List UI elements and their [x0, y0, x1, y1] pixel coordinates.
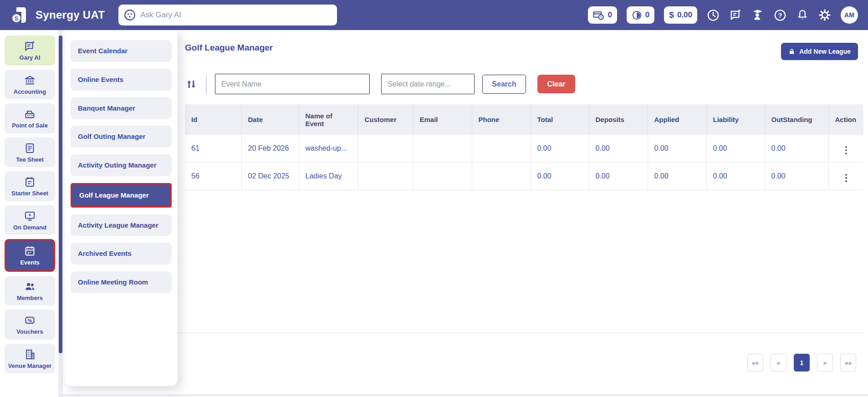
sidebar-item-label: Accounting — [14, 88, 46, 95]
add-new-league-button[interactable]: Add New League — [781, 43, 858, 60]
gary-ai-icon — [124, 9, 136, 21]
cell-total: 0.00 — [531, 135, 589, 163]
cell-name: Ladies Day — [299, 163, 358, 190]
pagination-prev-button[interactable]: « — [771, 354, 786, 372]
gary-ai-search[interactable] — [118, 5, 337, 25]
navbar-right-cluster: 0 0 $ 0.00 — [588, 6, 858, 24]
sidebar-item-members[interactable]: Members — [5, 276, 55, 306]
pagination-last-button[interactable]: »» — [840, 354, 856, 372]
pending-orders-badge[interactable]: 0 — [588, 6, 617, 24]
row-actions-menu-icon[interactable] — [842, 145, 850, 155]
svg-text:S: S — [15, 15, 19, 22]
cell-date: 02 Dec 2025 — [241, 163, 299, 190]
column-header-phone: Phone — [472, 104, 531, 135]
table-row: 56 02 Dec 2025 Ladies Day 0.00 0.00 0.00… — [185, 163, 863, 190]
sidebar-item-events[interactable]: Events — [5, 239, 55, 272]
filter-divider — [206, 75, 207, 94]
cell-deposits: 0.00 — [589, 163, 648, 190]
swap-icon[interactable] — [185, 78, 198, 91]
row-actions-menu-icon[interactable] — [842, 173, 850, 183]
cell-liability: 0.00 — [706, 135, 765, 163]
pagination-first-button[interactable]: «« — [747, 354, 763, 372]
submenu-item-golf-outing-manager[interactable]: Golf Outing Manager — [71, 126, 172, 148]
submenu-item-banquet-manager[interactable]: Banquet Manager — [71, 97, 172, 119]
event-name-input[interactable] — [215, 74, 370, 94]
settings-gear-icon[interactable] — [818, 9, 831, 21]
timer-badge[interactable]: 0 — [627, 6, 654, 24]
sidebar-item-starter-sheet[interactable]: Starter Sheet — [5, 171, 55, 201]
svg-text:%: % — [28, 318, 32, 323]
help-icon[interactable]: ? — [774, 9, 786, 21]
balance-badge[interactable]: $ 0.00 — [664, 6, 697, 24]
dollar-icon: $ — [669, 10, 674, 20]
sidebar-item-accounting[interactable]: Accounting — [5, 70, 55, 100]
cell-applied: 0.00 — [648, 135, 706, 163]
filter-row: Search Clear — [185, 74, 863, 94]
bank-icon — [24, 74, 36, 87]
app-title: Synergy UAT — [36, 9, 105, 21]
leagues-table: Id Date Name of Event Customer Email Pho… — [185, 104, 863, 190]
whats-new-icon[interactable] — [729, 9, 742, 21]
sidebar-item-vouchers[interactable]: % Vouchers — [5, 310, 55, 340]
cell-deposits: 0.00 — [589, 135, 648, 163]
page-title: Golf League Manager — [185, 43, 273, 53]
cell-email — [413, 163, 472, 190]
submenu-item-online-meeting-room[interactable]: Online Meeting Room — [71, 271, 172, 293]
clear-button[interactable]: Clear — [537, 75, 575, 93]
column-header-name-of-event: Name of Event — [299, 104, 358, 135]
cell-customer — [358, 135, 413, 163]
main-content: Golf League Manager Add New League Searc… — [178, 30, 868, 397]
sidebar-scrollbar-track[interactable] — [58, 30, 63, 397]
sidebar-scrollbar-thumb[interactable] — [59, 36, 62, 353]
clock-icon[interactable] — [707, 9, 720, 21]
date-range-input[interactable] — [381, 74, 475, 94]
sidebar-item-label: Events — [20, 259, 40, 266]
user-avatar[interactable]: AM — [841, 6, 858, 24]
submenu-item-archived-events[interactable]: Archived Events — [71, 243, 172, 265]
column-header-date: Date — [241, 104, 299, 135]
monitor-sparkle-icon — [24, 210, 36, 222]
cell-phone — [472, 163, 531, 190]
pagination-page-1-button[interactable]: 1 — [794, 354, 810, 372]
half-circle-icon — [632, 10, 642, 20]
cell-id: 61 — [185, 135, 241, 163]
notifications-bell-icon[interactable] — [796, 9, 809, 21]
synergy-logo-icon: S — [10, 5, 31, 25]
sidebar-item-tee-sheet[interactable]: Tee Sheet — [5, 137, 55, 168]
submenu-item-online-events[interactable]: Online Events — [71, 69, 172, 91]
table-header-row: Id Date Name of Event Customer Email Pho… — [185, 104, 863, 135]
sidebar-item-label: On Demand — [13, 224, 46, 231]
sidebar-item-label: Starter Sheet — [11, 190, 48, 197]
gary-ai-input[interactable] — [140, 10, 332, 20]
column-header-id: Id — [185, 104, 241, 135]
cell-email — [413, 135, 472, 163]
search-button[interactable]: Search — [482, 75, 526, 94]
submenu-item-golf-league-manager[interactable]: Golf League Manager — [71, 183, 172, 208]
calendar-icon — [24, 245, 36, 257]
cell-name: washed-up... — [299, 135, 358, 163]
table-row: 61 20 Feb 2026 washed-up... 0.00 0.00 0.… — [185, 135, 863, 163]
pending-orders-count: 0 — [608, 10, 612, 20]
sidebar-item-label: Tee Sheet — [16, 156, 43, 163]
bottom-divider — [0, 395, 868, 396]
sidebar-item-venue-manager[interactable]: Venue Manager — [5, 344, 55, 374]
cash-register-icon — [24, 108, 36, 120]
sidebar-item-label: Members — [17, 295, 43, 301]
column-header-customer: Customer — [358, 104, 413, 135]
cell-liability: 0.00 — [706, 163, 765, 190]
submenu-item-event-calendar[interactable]: Event Calendar — [71, 40, 172, 62]
events-submenu-flyout: Event Calendar Online Events Banquet Man… — [65, 30, 178, 386]
sidebar-item-gary-ai[interactable]: Gary AI — [5, 36, 55, 66]
sidebar-item-point-of-sale[interactable]: Point of Sale — [5, 103, 55, 133]
cell-applied: 0.00 — [648, 163, 706, 190]
balance-amount: 0.00 — [677, 10, 692, 20]
lock-icon — [788, 48, 795, 55]
cell-date: 20 Feb 2026 — [241, 135, 299, 163]
sidebar-item-on-demand[interactable]: On Demand — [5, 205, 55, 235]
submenu-item-activity-league-manager[interactable]: Activity League Manager — [71, 214, 172, 236]
pagination-next-button[interactable]: » — [817, 354, 833, 372]
column-header-action: Action — [828, 104, 863, 135]
training-icon[interactable] — [751, 9, 764, 21]
add-new-league-label: Add New League — [799, 48, 851, 55]
submenu-item-activity-outing-manager[interactable]: Activity Outing Manager — [71, 154, 172, 176]
